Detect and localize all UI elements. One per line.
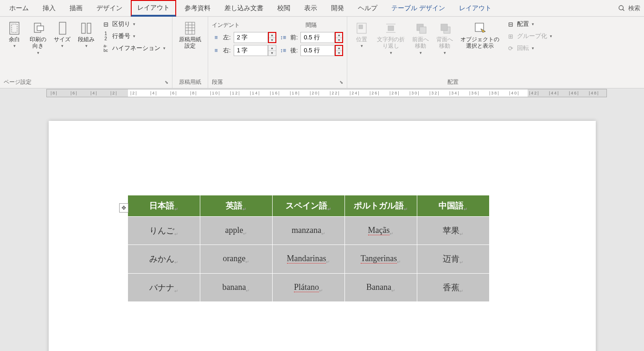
size-button[interactable]: サイズ▾ xyxy=(51,19,73,50)
svg-rect-6 xyxy=(59,22,66,34)
breaks-icon: ⊟ xyxy=(102,20,109,28)
table-header[interactable]: 日本語↵ xyxy=(128,195,200,217)
indent-right-down[interactable]: ▼ xyxy=(268,51,276,56)
indent-left-up[interactable]: ▲ xyxy=(269,33,275,38)
columns-button[interactable]: 段組み▾ xyxy=(75,19,97,50)
table-cell[interactable]: みかん↵ xyxy=(128,245,200,274)
tab-help[interactable]: ヘルプ xyxy=(352,1,383,15)
wrap-button[interactable]: 文字列の折 り返し▾ xyxy=(374,19,408,57)
paragraph-launcher[interactable]: ⬊ xyxy=(339,80,343,85)
table-header[interactable]: スペイン語↵ xyxy=(272,195,344,217)
horizontal-ruler[interactable]: |8||6||4||2||2||4||6||8||10||12||14||16|… xyxy=(46,89,607,97)
table-header[interactable]: ポルトガル語↵ xyxy=(344,195,417,217)
group-arrange: 位置▾ 文字列の折 り返し▾ 前面へ 移動▾ 背面へ 移動▾ オブジェクトの 選… xyxy=(347,17,559,88)
margins-button[interactable]: 余白▾ xyxy=(4,19,25,50)
align-label: 配置 xyxy=(517,20,529,28)
search-icon xyxy=(618,5,625,12)
indent-left-label: 左: xyxy=(223,33,231,42)
line-numbers-label: 行番号 xyxy=(112,32,130,40)
ribbon-tabs: ホーム 挿入 描画 デザイン レイアウト 参考資料 差し込み文書 校閲 表示 開… xyxy=(0,0,644,17)
selection-pane-button[interactable]: オブジェクトの 選択と表示 xyxy=(458,19,502,51)
svg-rect-3 xyxy=(12,24,17,32)
search-box[interactable]: 検索 xyxy=(618,4,640,13)
document-area[interactable]: ✥ 日本語↵英語↵スペイン語↵ポルトガル語↵中国語↵りんご↵apple↵manz… xyxy=(0,98,644,351)
tab-view[interactable]: 表示 xyxy=(299,1,323,15)
orientation-icon xyxy=(31,20,45,35)
table-cell[interactable]: orange↵ xyxy=(200,245,272,274)
align-icon: ⊟ xyxy=(507,20,514,28)
indent-left-input[interactable] xyxy=(234,32,268,43)
genkou-button[interactable]: 原稿用紙 設定 xyxy=(176,19,204,51)
tab-insert[interactable]: 挿入 xyxy=(37,1,61,15)
breaks-button[interactable]: ⊟ 区切り▾ xyxy=(99,19,168,30)
table-header[interactable]: 英語↵ xyxy=(200,195,272,217)
svg-rect-7 xyxy=(82,23,85,33)
group-paragraph: インデント 間隔 ≡ 左: ▲▼ ↕≡ 前: ▲▼ ≡ 右: ▲▼ ↕≡ 後: … xyxy=(208,17,347,88)
page[interactable]: ✥ 日本語↵英語↵スペイン語↵ポルトガル語↵中国語↵りんご↵apple↵manz… xyxy=(49,121,596,351)
table-cell[interactable]: Maçãs↵ xyxy=(344,216,417,245)
send-backward-button[interactable]: 背面へ 移動▾ xyxy=(434,19,456,57)
selection-pane-icon xyxy=(472,20,487,35)
tab-layout[interactable]: レイアウト xyxy=(131,0,176,17)
rotate-label: 回転 xyxy=(517,44,529,52)
table-cell[interactable]: 苹果↵ xyxy=(417,216,489,245)
spacing-before-label: 前: xyxy=(290,33,298,42)
spacing-after-input[interactable] xyxy=(300,45,335,56)
spacing-after-down[interactable]: ▼ xyxy=(336,51,342,56)
table-cell[interactable]: Tangerinas↵ xyxy=(344,245,417,274)
align-button[interactable]: ⊟ 配置▾ xyxy=(504,19,555,30)
table-cell[interactable]: Banana↵ xyxy=(344,273,417,302)
hyphenation-label: ハイフネーション xyxy=(112,44,160,52)
document-table[interactable]: 日本語↵英語↵スペイン語↵ポルトガル語↵中国語↵りんご↵apple↵manzan… xyxy=(128,195,490,302)
tab-developer[interactable]: 開発 xyxy=(325,1,350,15)
table-cell[interactable]: バナナ↵ xyxy=(128,273,200,302)
selection-pane-label: オブジェクトの 選択と表示 xyxy=(460,36,499,50)
spacing-after-up[interactable]: ▲ xyxy=(336,46,342,51)
tab-references[interactable]: 参考資料 xyxy=(179,1,216,15)
table-move-handle[interactable]: ✥ xyxy=(119,203,128,213)
margins-icon xyxy=(7,20,22,35)
spacing-before-down[interactable]: ▼ xyxy=(336,38,342,43)
group-objects-label: グループ化 xyxy=(517,32,547,40)
tab-design[interactable]: デザイン xyxy=(91,1,128,15)
columns-label: 段組み xyxy=(78,36,95,43)
indent-left-icon: ≡ xyxy=(212,34,220,41)
orientation-button[interactable]: 印刷の 向き▾ xyxy=(27,19,49,57)
position-label: 位置 xyxy=(356,36,367,43)
table-cell[interactable]: manzana↵ xyxy=(272,216,344,245)
svg-rect-9 xyxy=(185,22,195,34)
bring-forward-button[interactable]: 前面へ 移動▾ xyxy=(409,19,432,57)
spacing-before-input[interactable] xyxy=(300,32,335,43)
indent-right-input[interactable] xyxy=(234,45,268,56)
table-cell[interactable]: banana↵ xyxy=(200,273,272,302)
tab-table-design[interactable]: テーブル デザイン xyxy=(386,1,451,15)
rotate-button[interactable]: ⟳ 回転▾ xyxy=(504,43,555,54)
table-header[interactable]: 中国語↵ xyxy=(417,195,489,217)
table-cell[interactable]: apple↵ xyxy=(200,216,272,245)
tab-mailmerge[interactable]: 差し込み文書 xyxy=(219,1,269,15)
position-button[interactable]: 位置▾ xyxy=(351,19,372,50)
table-cell[interactable]: 香蕉↵ xyxy=(417,273,489,302)
table-cell[interactable]: Mandarinas↵ xyxy=(272,245,344,274)
indent-right-up[interactable]: ▲ xyxy=(268,45,276,51)
hyphenation-button[interactable]: a-bc ハイフネーション▾ xyxy=(99,43,168,54)
line-numbers-button[interactable]: 12 行番号▾ xyxy=(99,31,168,42)
indent-left-down[interactable]: ▼ xyxy=(269,38,275,43)
table-cell[interactable]: Plátano↵ xyxy=(272,273,344,302)
ruler-area: |8||6||4||2||2||4||6||8||10||12||14||16|… xyxy=(0,88,644,98)
arrange-group-label: 配置 xyxy=(447,78,459,86)
indent-header: インデント xyxy=(212,20,276,30)
position-icon xyxy=(354,20,369,35)
table-cell[interactable]: りんご↵ xyxy=(128,216,200,245)
tab-home[interactable]: ホーム xyxy=(4,1,34,15)
tab-draw[interactable]: 描画 xyxy=(64,1,88,15)
margins-label: 余白 xyxy=(9,36,20,43)
group-objects-button[interactable]: ⊞ グループ化▾ xyxy=(504,31,555,42)
svg-line-1 xyxy=(623,9,624,11)
tab-review[interactable]: 校閲 xyxy=(272,1,296,15)
spacing-before-icon: ↕≡ xyxy=(279,34,287,41)
page-setup-launcher[interactable]: ⬊ xyxy=(165,80,168,85)
spacing-before-up[interactable]: ▲ xyxy=(336,33,342,38)
tab-table-layout[interactable]: レイアウト xyxy=(453,1,497,15)
table-cell[interactable]: 迈肯↵ xyxy=(417,245,489,274)
